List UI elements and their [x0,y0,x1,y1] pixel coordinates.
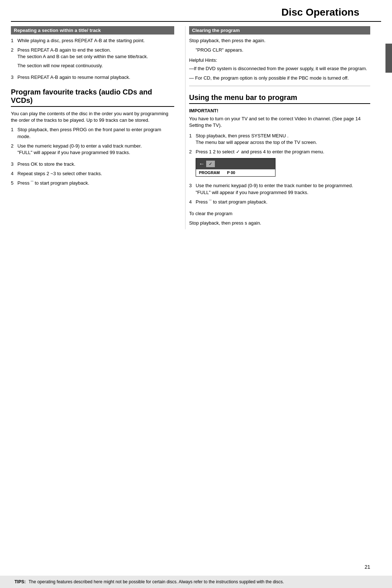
clearing-header: Clearing the program [189,26,370,35]
list-item: 1 Stop playback, then press PROG on the … [11,126,174,140]
sub-text: The section A and B can be set only with… [17,53,174,60]
important-text: You have to turn on your TV and set to t… [189,116,370,129]
hint-2: — For CD, the program option is only pos… [189,75,370,81]
hints-label: Helpful Hints: [189,57,370,64]
list-item: 1 While playing a disc, press REPEAT A-B… [11,37,174,44]
program-steps-list: 1 Stop playback, then press PROG on the … [11,126,174,186]
step-text: Press REPEAT A-B again to resume normal … [17,74,174,81]
list-item: 4 Press ¯ to start program playback. [189,199,370,205]
list-item: 1 Stop playback, then press SYSTEM MENU … [189,133,370,146]
step-number: 4 [11,170,17,177]
step-text: Repeat steps 2 ~3 to select other tracks… [17,170,174,177]
step-text: Use the numeric keypad (0-9) to enter th… [196,182,370,196]
step-text: Press REPEAT A-B again to end the sectio… [17,47,174,71]
sub-text: "FULL" will appear if you have programme… [196,190,309,195]
step-text: Press OK to store the track. [17,161,174,168]
tips-text: The operating features described here mi… [29,579,284,584]
left-column: Repeating a section within a title/ trac… [11,26,185,229]
repeat-section: Repeating a section within a title/ trac… [11,26,174,81]
clear-text: Stop playback, then press s again. [189,220,370,226]
sub-text: The menu bar will appear across the top … [196,140,317,145]
list-item: 5 Press ¯ to start program playback. [11,180,174,186]
menu-bar-section: Using the menu bar to program IMPORTANT!… [189,93,370,226]
tab-indicator [385,44,392,73]
step-number: 3 [11,74,17,81]
checkmark-icon: ✓ [206,161,215,167]
step-number: 2 [11,143,17,158]
list-item: 3 Press REPEAT A-B again to resume norma… [11,74,174,81]
step-number: 2 [11,47,17,71]
clearing-step1-sub: "PROG CLR" appears. [196,47,370,53]
list-item: 3 Use the numeric keypad (0-9) to enter … [189,182,370,196]
program-section: Program favourite tracks (audio CDs and … [11,88,174,187]
step-text: Press ¯ to start program playback. [196,199,370,205]
display-program-value: P 00 [227,170,235,176]
sub-text: The section will now repeat continuously… [17,63,174,69]
right-column: Clearing the program Stop playback, then… [185,26,370,229]
tips-label: TIPS: [15,579,26,584]
list-item: 2 Press 1 2 to select ✓ and press 4 to e… [189,149,370,180]
list-item: 2 Use the numeric keypad (0-9) to enter … [11,143,174,158]
repeat-section-header: Repeating a section within a title/ trac… [11,26,174,35]
step-text: Press 1 2 to select ✓ and press 4 to ent… [196,149,370,180]
step-number: 5 [11,180,17,186]
hint-1: —If the DVD system is disconnected from … [189,65,370,72]
important-label: IMPORTANT! [189,108,370,114]
program-section-header: Program favourite tracks (audio CDs and … [11,88,174,107]
list-item: 3 Press OK to store the track. [11,161,174,168]
clearing-section: Clearing the program Stop playback, then… [189,26,370,81]
step-text: Stop playback, then press SYSTEM MENU . … [196,133,370,146]
step-number: 1 [11,126,17,140]
page-title: Disc Operations [11,0,381,22]
step-number: 1 [189,133,196,146]
sub-text: "FULL" will appear if you have programme… [17,149,174,156]
program-display: ← ✓ PROGRAM P 00 [196,158,275,177]
step-number: 4 [189,199,196,205]
repeat-steps-list: 1 While playing a disc, press REPEAT A-B… [11,37,174,81]
step-number: 3 [189,182,196,196]
arrow-icon: ← [199,160,205,168]
column-separator [189,86,370,86]
clearing-step1: Stop playback, then press the again. [189,37,370,44]
display-program-label: PROGRAM [199,170,220,176]
program-intro: You can play the contents of the disc in… [11,110,174,124]
display-bottom: PROGRAM P 00 [196,169,275,176]
menu-bar-header: Using the menu bar to program [189,93,370,104]
step-text: Press ¯ to start program playback. [17,180,174,186]
list-item: 2 Press REPEAT A-B again to end the sect… [11,47,174,71]
clear-label: To clear the program [189,210,370,217]
menu-steps-list: 1 Stop playback, then press SYSTEM MENU … [189,133,370,206]
step-number: 3 [11,161,17,168]
step-text: Stop playback, then press PROG on the fr… [17,126,174,140]
tips-footer: TIPS: The operating features described h… [0,576,392,588]
page-number: 21 [364,564,370,570]
display-top: ← ✓ [196,158,275,169]
step-number: 1 [11,37,17,44]
step-text: While playing a disc, press REPEAT A-B a… [17,37,174,44]
step-number: 2 [189,149,196,180]
list-item: 4 Repeat steps 2 ~3 to select other trac… [11,170,174,177]
step-text: Use the numeric keypad (0-9) to enter a … [17,143,174,158]
